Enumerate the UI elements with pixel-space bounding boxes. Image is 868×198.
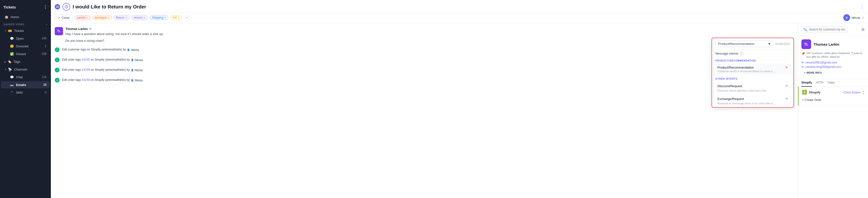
activity-text: Edit order tags #3249 on Shopify (artemi… — [62, 58, 773, 62]
intent-add-icon[interactable]: + — [785, 84, 788, 89]
emails-icon: ▬ — [10, 83, 14, 87]
activity-text: Edit customer tags on Shopify (artemisat… — [62, 48, 789, 52]
tag-return-remove[interactable]: ✕ — [125, 16, 127, 19]
activity-text: Edit order tags #3249 on Shopify (artemi… — [62, 68, 773, 72]
sms-count: 0 — [45, 91, 46, 94]
shopify-expand-icon[interactable]: ▲ ▼ — [862, 90, 865, 95]
add-view-icon[interactable]: + — [46, 23, 48, 26]
settings-button[interactable]: ⚙ — [861, 27, 865, 32]
sidebar-item-emails[interactable]: ▬ Emails 13 — [1, 81, 50, 88]
tab-yotpo[interactable]: Yotpo — [827, 81, 835, 87]
assignee-name: Nikola — [851, 16, 860, 19]
tag-vip-remove[interactable]: ✕ — [178, 16, 180, 19]
user-icon: 👤 — [130, 79, 134, 82]
order-link[interactable]: #3249 — [82, 78, 90, 82]
sidebar-item-label: SMS — [16, 91, 23, 94]
intent-item-desc: Requests to exchange items of an order a… — [717, 102, 788, 105]
tab-http[interactable]: HTTP — [816, 81, 824, 87]
intent-panel-header: Product/Recommendation ▼ 01/06/2022 — [712, 38, 794, 50]
activity-item: ✓ Edit order tags #3249 on Shopify (arte… — [55, 56, 794, 63]
tag-return: Return ✕ — [114, 15, 130, 20]
search-icon: 🔍 — [803, 28, 807, 31]
add-tag-button[interactable]: + — [184, 15, 189, 20]
customer-email-1[interactable]: ✉ cevans0681@gmail.com — [801, 61, 865, 64]
sidebar-item-label: Home — [11, 15, 19, 19]
tab-shopify[interactable]: Shopify — [801, 81, 812, 87]
tag-damaged: damaged ✕ — [92, 15, 112, 20]
message-sender: Thomas Larkin ✉ — [65, 27, 794, 31]
user-icon: 👤 — [127, 48, 130, 52]
sidebar-item-chat[interactable]: 💬 Chat 114 — [1, 73, 50, 81]
check-icon: ✓ — [58, 16, 61, 19]
sidebar-item-open[interactable]: 💬 Open 245 — [1, 35, 50, 42]
sidebar: Tickets ⋮ 🏠 Home SHARED VIEWS + ▼ 🎫 Tick… — [0, 0, 51, 198]
sidebar-title: Tickets — [3, 5, 16, 9]
assignee-dropdown-icon[interactable]: ▼ — [862, 16, 864, 19]
message-text-2: Do you have a sizing chart? — [65, 38, 794, 43]
tickets-icon: 🎫 — [8, 29, 12, 33]
sidebar-menu-icon[interactable]: ⋮ — [43, 4, 48, 10]
tag-shipping: Shipping ✕ — [150, 15, 168, 20]
sidebar-item-label: Tickets — [14, 29, 24, 33]
tag-damaged-remove[interactable]: ✕ — [107, 16, 110, 19]
sms-icon: 📱 — [10, 90, 14, 95]
intent-section-other: OTHER INTENTS — [712, 75, 794, 81]
email-icon: ✉ — [801, 61, 804, 64]
sidebar-item-closed[interactable]: ✅ Closed 208 — [1, 50, 50, 57]
activity-check-icon: ✓ — [55, 68, 60, 72]
sidebar-item-home[interactable]: 🏠 Home — [1, 13, 50, 21]
sidebar-item-label: Snoozed — [16, 44, 28, 48]
activity-check-icon: ✓ — [55, 47, 60, 52]
note-icon: 📌 — [801, 52, 805, 56]
activity-check-icon: ✓ — [55, 57, 60, 62]
sidebar-item-label: Open — [16, 37, 24, 40]
ticket-menu-icon[interactable]: ⋮ — [860, 4, 864, 9]
sidebar-item-label: Closed — [16, 52, 26, 56]
tag-shipping-remove[interactable]: ✕ — [164, 16, 166, 19]
user-icon: 👤 — [130, 69, 134, 72]
intent-item-name: Discount/Request — [717, 84, 742, 88]
sidebar-item-tags[interactable]: ▶ 🏷️ Tags — [1, 58, 50, 65]
closed-icon: ✅ — [10, 52, 14, 56]
shopify-logo: S — [802, 90, 807, 95]
intent-item-product-rec: Product/Recommendation ✕ Customer needs … — [714, 64, 792, 75]
order-link[interactable]: #3249 — [82, 58, 90, 61]
clock-icon — [62, 3, 70, 11]
ticket-badge: 13 — [55, 4, 60, 9]
more-info-button[interactable]: » MORE INFO — [801, 70, 824, 75]
activity-item: ✓ Edit customer tags on Shopify (artemis… — [55, 46, 794, 53]
user-icon: 👤 — [130, 58, 134, 62]
customer-card: TL Thomas Larkin 📌 VIP Customer, white g… — [798, 36, 868, 79]
tabs-row: Shopify HTTP Yotpo — [798, 79, 868, 87]
assignee-section: N Nikola ▼ — [843, 14, 864, 21]
snoozed-icon: 😴 — [10, 44, 14, 48]
intent-item-desc: Requests about applying a discount code. — [717, 89, 788, 92]
customer-email-2[interactable]: ✉ caroline.bing08@gmail.com — [801, 65, 865, 69]
sidebar-item-tickets[interactable]: ▼ 🎫 Tickets — [1, 27, 50, 34]
shopify-title: Shopify — [809, 90, 820, 94]
intent-section-product: PRODUCT/RECOMMENDATION — [712, 57, 794, 63]
message-block: TL Thomas Larkin ✉ Hey I have a question… — [55, 27, 794, 43]
order-link[interactable]: #3249 — [82, 68, 90, 72]
tag-cancel: cancel ✕ — [74, 15, 90, 20]
shopify-customer-link[interactable]: Chris Evans — [843, 90, 861, 94]
intent-remove-icon[interactable]: ✕ — [785, 66, 788, 69]
intent-date: 01/06/2022 — [775, 42, 790, 46]
main-area: 13 I would Like to Return my Order ⋮ ✓ C… — [51, 0, 868, 198]
intent-dropdown[interactable]: Product/Recommendation ▼ — [715, 41, 774, 47]
sidebar-item-channels[interactable]: ▼ 📡 Channels — [1, 66, 50, 73]
search-input[interactable] — [801, 26, 848, 33]
tag-returns-remove[interactable]: ✕ — [144, 16, 146, 19]
create-order-button[interactable]: + Create Order — [802, 97, 865, 103]
sidebar-item-label: Chat — [16, 75, 23, 79]
activity-item: ✓ Edit order tags #3249 on Shopify (arte… — [55, 77, 794, 84]
home-icon: 🏠 — [4, 15, 9, 19]
sidebar-item-sms[interactable]: 📱 SMS 0 — [1, 89, 50, 96]
intent-item-name: Exchange/Request — [717, 97, 744, 101]
sidebar-item-snoozed[interactable]: 😴 Snoozed 1 — [1, 42, 50, 50]
info-icon[interactable]: i — [740, 52, 743, 55]
close-button[interactable]: ✓ Close — [55, 15, 73, 21]
tag-cancel-remove[interactable]: ✕ — [86, 16, 88, 19]
search-bar: 🔍 ⚙ — [798, 23, 868, 36]
intent-add-icon[interactable]: + — [785, 96, 788, 102]
